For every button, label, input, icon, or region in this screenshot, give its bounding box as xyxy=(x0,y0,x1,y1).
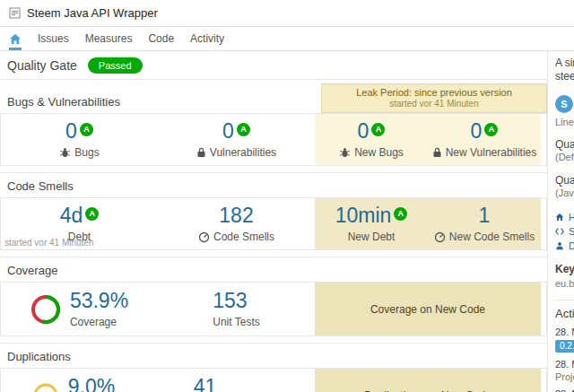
new-bugs-metric: 0A New Bugs xyxy=(315,114,428,165)
duplications-on-new-code-band: Duplications on New Code xyxy=(315,369,541,392)
section-code-smells: Code Smells 4dA Debt 182 xyxy=(0,172,547,257)
activity-event: 28. Mai 0.2.5- xyxy=(555,327,574,353)
project-icon xyxy=(9,7,21,19)
quality-gate-row: Quality Gate Passed xyxy=(0,51,547,79)
vulnerabilities-count[interactable]: 0 xyxy=(222,119,234,143)
coverage-percent[interactable]: 53.9% xyxy=(70,290,128,312)
section-title: Coverage xyxy=(7,264,540,277)
leak-started-note: started vor 41 Minuten xyxy=(4,238,94,248)
section-title: Bugs & Vulnerabilities xyxy=(7,95,120,109)
duplicated-blocks-count[interactable]: 41 xyxy=(194,376,217,392)
section-title: Code Smells xyxy=(7,179,540,193)
project-key: Key eu.bit xyxy=(555,263,574,289)
leak-period-box: Leak Period: since previous version star… xyxy=(321,83,547,113)
project-size: S Lines xyxy=(555,95,574,127)
coverage-on-new-code-band: Coverage on New Code xyxy=(315,283,541,335)
project-links: Hom Sou Dev xyxy=(555,210,574,253)
new-bugs-count[interactable]: 0 xyxy=(358,119,370,143)
code-smells-count[interactable]: 182 xyxy=(219,204,253,227)
tab-overview[interactable] xyxy=(9,27,22,50)
size-rating-badge: S xyxy=(555,95,573,113)
bugs-count[interactable]: 0 xyxy=(65,119,77,143)
new-debt-metric: 10minA New Debt xyxy=(315,198,428,249)
new-vulnerabilities-count[interactable]: 0 xyxy=(471,119,483,143)
new-bugs-label: New Bugs xyxy=(354,146,404,159)
coverage-label: Coverage xyxy=(70,316,117,328)
bugs-rating-badge: A xyxy=(80,123,93,136)
project-quality-profile: Quality (Java) xyxy=(555,174,574,199)
activity-title: Activity xyxy=(555,307,574,320)
new-vulnerabilities-label: New Vulnerabilities xyxy=(446,146,537,159)
lines-label: Lines xyxy=(555,117,574,127)
new-code-smells-label: New Code Smells xyxy=(449,231,535,243)
lock-icon xyxy=(432,147,442,158)
code-smell-icon xyxy=(198,231,210,243)
new-vulnerabilities-rating-badge: A xyxy=(484,123,498,136)
leak-period-title: Leak Period: since previous version xyxy=(326,87,543,98)
unit-tests-metric: 153 Unit Tests xyxy=(158,283,315,335)
debt-value[interactable]: 4d xyxy=(60,204,83,227)
tab-measures[interactable]: Measures xyxy=(85,27,133,50)
project-description: A simp steem w xyxy=(555,57,574,83)
unit-tests-count[interactable]: 153 xyxy=(213,290,247,312)
new-debt-rating-badge: A xyxy=(394,207,407,221)
new-debt-label: New Debt xyxy=(348,231,396,243)
project-quality-gate: Quality (Default xyxy=(555,138,574,163)
duplications-card: 9.0% Duplications 41 Duplicated Blocks D… xyxy=(0,368,547,392)
section-duplications: Duplications 9.0% Duplications xyxy=(0,343,547,392)
section-title: Duplications xyxy=(7,350,540,363)
sidebar: A simp steem w S Lines Quality (Default … xyxy=(547,51,574,391)
vulnerabilities-rating-badge: A xyxy=(237,123,250,136)
developers-link[interactable]: Dev xyxy=(555,239,574,253)
code-smells-metric: 182 Code Smells xyxy=(158,198,315,249)
tab-issues[interactable]: Issues xyxy=(38,27,69,50)
section-coverage: Coverage 53.9% Coverage xyxy=(0,257,547,343)
unit-tests-label: Unit Tests xyxy=(213,316,259,328)
vulnerabilities-label: Vulnerabilities xyxy=(210,146,276,159)
bugs-label: Bugs xyxy=(74,146,99,159)
version-badge: 0.2.5- xyxy=(555,340,574,353)
code-brackets-icon xyxy=(555,227,564,236)
coverage-metric: 53.9% Coverage xyxy=(1,283,158,335)
activity-event: 28. Mai Project xyxy=(555,388,574,392)
bugs-metric: 0A Bugs xyxy=(1,114,158,165)
project-nav: Issues Measures Code Activity xyxy=(0,27,574,51)
home-icon xyxy=(9,33,22,45)
quality-gate-label: Quality Gate xyxy=(7,58,77,73)
leak-period-subtitle: started vor 41 Minuten xyxy=(326,99,543,109)
new-code-smells-count[interactable]: 1 xyxy=(479,204,491,227)
new-bugs-rating-badge: A xyxy=(371,123,385,136)
activity-panel: Activity 28. Mai 0.2.5- 28. Mai Project … xyxy=(555,300,574,392)
lock-icon xyxy=(196,147,206,158)
quality-gate-status-badge: Passed xyxy=(88,57,143,74)
duplications-percent[interactable]: 9.0% xyxy=(68,376,115,392)
duplicated-blocks-metric: 41 Duplicated Blocks xyxy=(158,369,315,392)
coverage-donut xyxy=(30,294,61,325)
project-title: Steem Java API Wrapper xyxy=(27,6,158,20)
bug-icon xyxy=(59,147,71,159)
new-vulnerabilities-metric: 0A New Vulnerabilities xyxy=(428,114,541,165)
duplications-icon xyxy=(32,382,59,392)
new-code-smells-metric: 1 New Code Smells xyxy=(428,198,541,249)
home-icon xyxy=(555,213,564,222)
key-value: eu.bit xyxy=(555,278,574,289)
sources-link[interactable]: Sou xyxy=(555,224,574,239)
activity-event: 28. Mai Project xyxy=(555,359,574,382)
debt-rating-badge: A xyxy=(85,207,99,221)
vulnerabilities-metric: 0A Vulnerabilities xyxy=(158,114,315,165)
code-smells-label: Code Smells xyxy=(213,231,274,243)
bugs-card: 0A Bugs xyxy=(0,113,547,166)
key-label: Key xyxy=(555,263,574,275)
bug-icon xyxy=(339,147,351,159)
coverage-card: 53.9% Coverage 153 Unit Tests Coverage o… xyxy=(0,282,547,336)
code-smells-card: 4dA Debt 182 xyxy=(0,197,547,250)
homepage-link[interactable]: Hom xyxy=(555,210,574,224)
new-debt-value[interactable]: 10min xyxy=(335,204,392,227)
person-icon xyxy=(555,241,564,250)
tab-activity[interactable]: Activity xyxy=(190,27,224,50)
tab-code[interactable]: Code xyxy=(148,27,174,50)
code-smell-icon xyxy=(434,231,446,243)
topbar: Steem Java API Wrapper xyxy=(0,0,574,27)
duplications-metric: 9.0% Duplications xyxy=(1,369,158,392)
section-bugs-vulnerabilities: Bugs & Vulnerabilities Leak Period: sinc… xyxy=(0,79,547,172)
